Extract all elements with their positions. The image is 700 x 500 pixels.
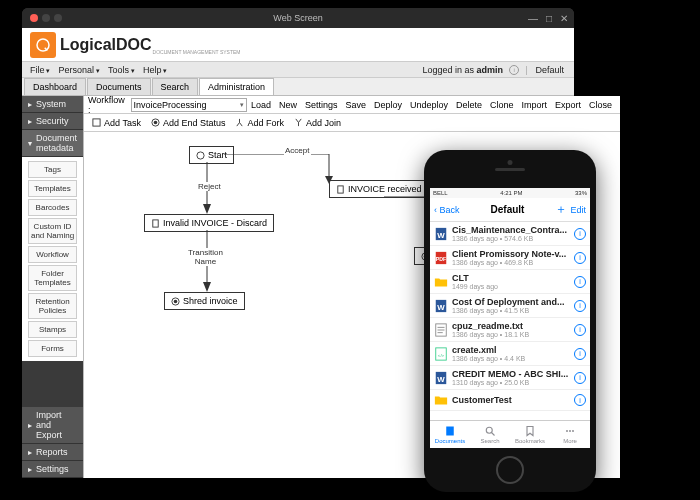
close-window-button[interactable] [30,14,38,22]
brand-row: LogicalDOC DOCUMENT MANAGEMENT SYSTEM [22,28,574,62]
more-icon [564,425,576,437]
submenu-templates[interactable]: Templates [28,180,77,197]
sidebar-item-settings[interactable]: Settings [22,461,83,478]
menu-help[interactable]: Help [139,65,171,75]
svg-rect-2 [93,119,100,126]
file-list[interactable]: WCis_Maintenance_Contra...1386 days ago … [430,222,590,420]
submenu-tags[interactable]: Tags [28,161,77,178]
submenu-stamps[interactable]: Stamps [28,321,77,338]
file-info-button[interactable]: i [574,300,586,312]
tab-administration[interactable]: Administration [199,78,274,95]
wf-close-button[interactable]: Close [585,100,616,110]
file-icon [434,323,448,337]
file-row[interactable]: CLT1499 days agoi [430,270,590,294]
join-icon [294,118,303,127]
minimize-icon[interactable]: — [528,13,538,24]
tab-more[interactable]: More [550,421,590,448]
file-meta: 1386 days ago • 41.5 KB [452,307,570,314]
back-button[interactable]: ‹ Back [434,205,460,215]
wf-label-accept: Accept [284,146,310,155]
file-info-button[interactable]: i [574,324,586,336]
file-row[interactable]: cpuz_readme.txt1386 days ago • 18.1 KBi [430,318,590,342]
zoom-window-button[interactable] [54,14,62,22]
user-info: Logged in as admin [417,65,510,75]
wf-arrow-accept [224,154,364,194]
file-icon: W [434,299,448,313]
tab-documents[interactable]: Documents [87,78,151,95]
brand-subtitle: DOCUMENT MANAGEMENT SYSTEM [153,49,241,55]
menu-personal[interactable]: Personal [54,65,103,75]
window-title: Web Screen [273,13,322,23]
submenu-forms[interactable]: Forms [28,340,77,357]
add-button[interactable]: ＋ [555,201,567,218]
phone-nav-header: ‹ Back Default ＋ Edit [430,198,590,222]
workflow-select[interactable]: InvoiceProcessing [131,98,247,112]
wf-export-button[interactable]: Export [551,100,585,110]
sidebar-item-import-export[interactable]: Import and Export [22,407,83,444]
svg-point-5 [197,151,204,158]
tab-phone-search[interactable]: Search [470,421,510,448]
submenu-custom-id[interactable]: Custom ID and Naming [28,218,77,244]
wf-load-button[interactable]: Load [247,100,275,110]
svg-text:</>: </> [438,352,445,357]
sidebar-item-document-metadata[interactable]: Document metadata [22,130,83,157]
folder-title: Default [460,204,556,215]
wf-save-button[interactable]: Save [341,100,370,110]
wf-undeploy-button[interactable]: Undeploy [406,100,452,110]
svg-rect-7 [153,219,158,226]
home-button[interactable] [496,456,524,484]
file-meta: 1386 days ago • 4.4 KB [452,355,570,362]
wf-new-button[interactable]: New [275,100,301,110]
wf-import-button[interactable]: Import [518,100,552,110]
edit-button[interactable]: Edit [570,205,586,215]
sidebar-item-security[interactable]: Security [22,113,83,130]
file-icon: PDF [434,251,448,265]
tab-documents[interactable]: Documents [430,421,470,448]
file-row[interactable]: WCREDIT MEMO - ABC SHI...1310 days ago •… [430,366,590,390]
submenu-barcodes[interactable]: Barcodes [28,199,77,216]
default-button[interactable]: Default [529,65,570,75]
wf-clone-button[interactable]: Clone [486,100,518,110]
add-fork-button[interactable]: Add Fork [231,118,288,128]
menu-file[interactable]: File [26,65,54,75]
maximize-icon[interactable]: □ [546,13,552,24]
submenu-workflow[interactable]: Workflow [28,246,77,263]
submenu-retention[interactable]: Retention Policies [28,293,77,319]
tab-search[interactable]: Search [152,78,199,95]
file-info-button[interactable]: i [574,252,586,264]
wf-settings-button[interactable]: Settings [301,100,342,110]
sidebar-item-system[interactable]: System [22,96,83,113]
file-row[interactable]: </>create.xml1386 days ago • 4.4 KBi [430,342,590,366]
win-controls: — □ ✕ [528,13,568,24]
minimize-window-button[interactable] [42,14,50,22]
menu-tools[interactable]: Tools [104,65,139,75]
file-info-button[interactable]: i [574,276,586,288]
file-info-button[interactable]: i [574,228,586,240]
file-info-button[interactable]: i [574,348,586,360]
workflow-toolbar2: Add Task Add End Status Add Fork Add Joi… [84,114,620,132]
file-row[interactable]: WCis_Maintenance_Contra...1386 days ago … [430,222,590,246]
file-info-button[interactable]: i [574,372,586,384]
info-icon[interactable]: i [509,65,519,75]
wf-node-shred[interactable]: Shred invoice [164,292,245,310]
submenu-folder-templates[interactable]: Folder Templates [28,265,77,291]
file-row[interactable]: PDFClient Promissory Note-v...1386 days … [430,246,590,270]
add-join-button[interactable]: Add Join [290,118,345,128]
search-icon [484,425,496,437]
file-name: create.xml [452,345,570,355]
tab-dashboard[interactable]: Dashboard [24,78,86,95]
wf-deploy-button[interactable]: Deploy [370,100,406,110]
task-icon [92,118,101,127]
add-end-status-button[interactable]: Add End Status [147,118,230,128]
file-row[interactable]: WCost Of Deployment and...1386 days ago … [430,294,590,318]
tab-bookmarks[interactable]: Bookmarks [510,421,550,448]
sidebar-item-reports[interactable]: Reports [22,444,83,461]
wf-delete-button[interactable]: Delete [452,100,486,110]
close-icon[interactable]: ✕ [560,13,568,24]
file-row[interactable]: CustomerTesti [430,390,590,411]
file-info-button[interactable]: i [574,394,586,406]
svg-point-4 [154,121,158,125]
add-task-button[interactable]: Add Task [88,118,145,128]
file-meta: 1386 days ago • 574.6 KB [452,235,570,242]
wf-label-transition: Transition Name [187,248,224,266]
